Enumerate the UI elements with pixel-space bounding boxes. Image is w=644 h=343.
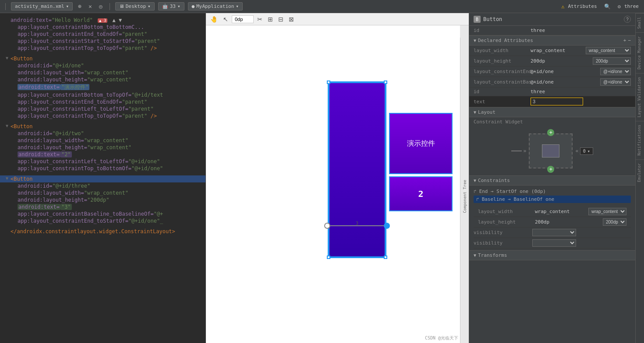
attr-id-row2: id three [469, 88, 635, 96]
fold-btn-one[interactable]: ▼ [4, 56, 11, 60]
tab-layout-validation[interactable]: Layout Validation [636, 73, 644, 121]
spacer-1 [0, 52, 205, 55]
baseline-constraint-icon: ↱ [476, 196, 479, 202]
align-tool-3[interactable]: ⊠ [287, 15, 296, 24]
main-layout: Palette android:text="Hello World" ▲ 3 ▲… [0, 13, 644, 343]
device-selector[interactable]: 🖥 Desktop ▾ [115, 2, 155, 10]
design-icon-2[interactable]: ✕ [87, 2, 94, 10]
api-selector[interactable]: 🤖 33 ▾ [158, 2, 184, 10]
bottom-layout-height-dropdown[interactable]: 200dp [603, 218, 626, 226]
canvas-bg: 3 演示控件 2 [206, 25, 460, 343]
id-value: three [531, 28, 631, 33]
monitor-icon: 🖥 [119, 4, 124, 9]
button-three-preview[interactable] [329, 82, 386, 257]
bottom-layout-width-row: layout_width wrap_content wrap_content [474, 206, 631, 217]
error-badge: ▲ 3 [98, 18, 107, 23]
remove-attr-btn[interactable]: − [628, 38, 631, 43]
bottom-layout-width-label: layout_width [478, 209, 535, 214]
layout-constraint-end-label: layout_constraintEnd... [474, 69, 531, 74]
button-one-preview[interactable]: 演示控件 [389, 113, 453, 174]
layout-constraint-end-dropdown[interactable]: @+id/one [600, 68, 631, 75]
component-tree-tab[interactable]: Component Tree [460, 38, 469, 343]
attr-panel: B Button ? id three ▼ Declared Attribute… [469, 13, 635, 343]
device-label: Desktop [126, 4, 146, 9]
code-end-startof-three: app:layout_constraintEnd_toStartOf="@+id… [0, 217, 205, 224]
button-two-preview[interactable]: 2 [389, 176, 453, 211]
constraint-bottom-handle[interactable]: + [547, 166, 554, 173]
visibility-dropdown-2[interactable] [532, 239, 576, 247]
text-label: text [474, 99, 531, 105]
tab-device-manager[interactable]: Device Manager [636, 32, 644, 73]
layout-constraint-end-row: layout_constraintEnd... @+id/one @+id/on… [469, 66, 635, 77]
visibility-dropdown-1[interactable]: visible invisible gone [532, 229, 576, 236]
file-tab-chevron: ▾ [66, 4, 69, 9]
help-button[interactable]: ? [624, 16, 631, 23]
transforms-label: Transforms [478, 252, 507, 258]
constraint-value: 0 [583, 149, 586, 154]
design-icon-1[interactable]: ⊕ [76, 2, 83, 10]
visibility-label-2: visibility [474, 240, 531, 246]
layout-height-dropdown[interactable]: 200dp wrap_content [593, 57, 631, 65]
button-component-icon: B [474, 16, 481, 23]
code-top-topof: app:layout_constraintTop_toTopOf="parent… [0, 112, 205, 119]
declared-arrow: ▼ [474, 38, 476, 43]
top-right-id: three [624, 4, 639, 9]
constraint-value-box[interactable]: 0 ▾ [580, 147, 593, 155]
code-text-show: android:text="演示控件" [0, 83, 205, 91]
warning-icon[interactable]: ⚠ [561, 4, 564, 10]
tab-small[interactable]: Small [636, 13, 644, 32]
layout-width-row: layout_width wrap_content wrap_content m… [469, 46, 635, 56]
constraint-line-label: 3 [356, 221, 358, 226]
text-input[interactable] [531, 98, 583, 105]
bottom-layout-height-row: layout_height 200dp 200dp [474, 217, 631, 228]
constraints-section-header[interactable]: ▼ Constraints [469, 175, 635, 186]
spacer-3 [0, 172, 205, 175]
constraints-arrow: ▼ [474, 178, 476, 183]
pointer-tool[interactable]: ↖ [221, 15, 230, 24]
code-button-two: ▼ <Button [0, 123, 205, 130]
code-line-start: app:layout_constraintStart_toStartOf="pa… [0, 38, 205, 45]
fold-btn-three[interactable]: ▼ [4, 176, 11, 181]
app-selector[interactable]: ● MyApplication ▾ [188, 2, 243, 10]
component-type-label: Button [483, 16, 624, 22]
constraint-line-container: 3 [324, 221, 390, 230]
bottom-layout-width-value: wrap_content [535, 209, 587, 214]
left-constraint-handle: » [511, 148, 526, 154]
layout-width-label: layout_width [474, 48, 531, 53]
gear-icon[interactable]: ⚙ [618, 4, 621, 10]
file-tab[interactable]: activity_main.xml ▾ [11, 2, 73, 10]
constraint-top-handle[interactable]: + [547, 129, 554, 136]
text-row: text [469, 96, 635, 107]
hand-tool[interactable]: 🤚 [209, 15, 219, 24]
tab-notifications[interactable]: Notifications [636, 121, 644, 159]
transforms-section-header[interactable]: ▼ Transforms [469, 250, 635, 260]
design-icon-3[interactable]: ◎ [97, 2, 104, 10]
constraints-list: ↱ End → StartOf one (0dp) ↱ Baseline → B… [469, 186, 635, 205]
layout-constraint-bas-dropdown[interactable]: @+id/one [600, 78, 631, 86]
layout-width-dropdown[interactable]: wrap_content match_parent match_constrai… [586, 47, 631, 54]
align-tool-1[interactable]: ⊞ [266, 15, 275, 24]
code-baseline-three: app:layout_constraintBaseline_toBaseline… [0, 210, 205, 217]
end-constraint-icon: ↱ [474, 189, 477, 194]
add-attr-btn[interactable]: + [623, 38, 626, 43]
align-tool-2[interactable]: ⊟ [276, 15, 285, 24]
baseline-constraint-item[interactable]: ↱ Baseline → BaselineOf one [474, 196, 631, 203]
id-row-label: id [474, 89, 531, 94]
constraint-tool[interactable]: ✂ [255, 15, 264, 24]
constraint-dropdown-icon[interactable]: ▾ [587, 149, 590, 154]
code-id-two: android:id="@+id/two" [0, 130, 205, 137]
code-bottom-topof: app:layout_constraintBottom_toTopOf="@+i… [0, 91, 205, 98]
spacer-2 [0, 119, 205, 123]
fold-btn-two[interactable]: ▼ [4, 123, 11, 128]
constraint-dot-left [324, 223, 330, 229]
id-row-value: three [531, 89, 631, 94]
button-two-label: 2 [418, 189, 423, 199]
bottom-layout-width-dropdown[interactable]: wrap_content [588, 208, 626, 215]
search-icon[interactable]: 🔍 [604, 4, 611, 10]
tab-emulator[interactable]: Emulator [636, 159, 644, 186]
declared-attrs-header[interactable]: ▼ Declared Attributes + − [469, 35, 635, 46]
api-chevron: ▾ [177, 4, 180, 9]
fold-btn[interactable]: ▲ ▼ [113, 17, 122, 23]
layout-section-header[interactable]: ▼ Layout [469, 107, 635, 117]
zoom-input[interactable] [232, 15, 254, 23]
